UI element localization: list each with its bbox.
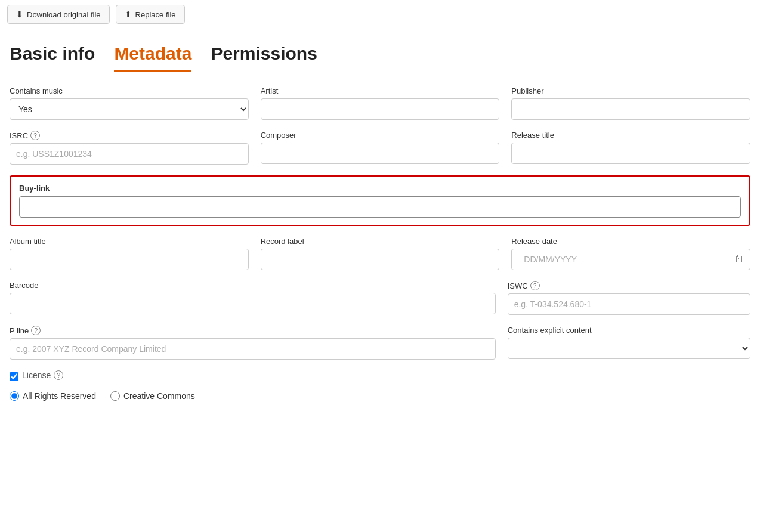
release-date-group: Release date 🗓 bbox=[511, 237, 750, 270]
record-label-label: Record label bbox=[261, 237, 500, 246]
replace-label: Replace file bbox=[135, 10, 176, 19]
isrc-input[interactable] bbox=[10, 143, 249, 165]
contains-music-group: Contains music Yes No bbox=[10, 86, 249, 120]
barcode-group: Barcode bbox=[10, 281, 496, 315]
buy-link-section: Buy-link bbox=[10, 175, 750, 226]
license-checkbox[interactable] bbox=[10, 372, 18, 381]
main-content: Contains music Yes No Artist Publisher I… bbox=[0, 86, 760, 428]
isrc-help-icon[interactable]: ? bbox=[30, 131, 40, 140]
replace-file-button[interactable]: ⬆ Replace file bbox=[116, 5, 185, 24]
release-date-wrap: 🗓 bbox=[511, 249, 750, 270]
explicit-content-group: Contains explicit content Yes No bbox=[508, 326, 750, 360]
barcode-input[interactable] bbox=[10, 293, 496, 314]
release-title-group: Release title bbox=[511, 131, 750, 165]
form-row-4: Barcode ISWC ? bbox=[10, 281, 750, 315]
isrc-label: ISRC ? bbox=[10, 131, 249, 140]
artist-label: Artist bbox=[261, 86, 500, 95]
contains-music-select[interactable]: Yes No bbox=[10, 98, 249, 120]
iswc-help-icon[interactable]: ? bbox=[530, 281, 540, 290]
all-rights-reserved-option[interactable]: All Rights Reserved bbox=[10, 391, 96, 401]
buy-link-label: Buy-link bbox=[19, 184, 741, 193]
license-label[interactable]: License ? bbox=[22, 370, 63, 380]
form-row-3: Album title Record label Release date 🗓 bbox=[10, 237, 750, 270]
form-row-1: Contains music Yes No Artist Publisher bbox=[10, 86, 750, 120]
release-date-label: Release date bbox=[511, 237, 750, 246]
replace-icon: ⬆ bbox=[125, 10, 132, 19]
creative-commons-option[interactable]: Creative Commons bbox=[110, 391, 195, 401]
explicit-content-label: Contains explicit content bbox=[508, 326, 750, 335]
artist-input[interactable] bbox=[261, 98, 500, 120]
publisher-label: Publisher bbox=[511, 86, 750, 95]
tab-basic-info[interactable]: Basic info bbox=[10, 44, 95, 70]
tab-permissions[interactable]: Permissions bbox=[211, 44, 317, 70]
iswc-group: ISWC ? bbox=[508, 281, 750, 315]
calendar-icon[interactable]: 🗓 bbox=[734, 254, 744, 265]
release-title-label: Release title bbox=[511, 131, 750, 140]
contains-music-label: Contains music bbox=[10, 86, 249, 95]
composer-input[interactable] bbox=[261, 143, 500, 164]
p-line-input[interactable] bbox=[10, 338, 496, 360]
release-title-input[interactable] bbox=[511, 143, 750, 164]
buy-link-input[interactable] bbox=[19, 196, 741, 218]
creative-commons-label: Creative Commons bbox=[123, 391, 195, 401]
p-line-help-icon[interactable]: ? bbox=[31, 326, 41, 335]
license-help-icon[interactable]: ? bbox=[54, 370, 63, 380]
publisher-group: Publisher bbox=[511, 86, 750, 120]
artist-group: Artist bbox=[261, 86, 500, 120]
radio-row: All Rights Reserved Creative Commons bbox=[10, 391, 750, 404]
download-icon: ⬇ bbox=[16, 10, 23, 19]
all-rights-radio[interactable] bbox=[10, 391, 19, 401]
composer-label: Composer bbox=[261, 131, 500, 140]
tab-navigation: Basic info Metadata Permissions bbox=[0, 29, 760, 72]
all-rights-label: All Rights Reserved bbox=[23, 391, 96, 401]
composer-group: Composer bbox=[261, 131, 500, 165]
album-title-label: Album title bbox=[10, 237, 249, 246]
license-row: License ? bbox=[10, 370, 750, 383]
p-line-group: P line ? bbox=[10, 326, 496, 360]
creative-commons-radio[interactable] bbox=[110, 391, 120, 401]
iswc-label: ISWC ? bbox=[508, 281, 750, 290]
p-line-label: P line ? bbox=[10, 326, 496, 335]
form-row-2: ISRC ? Composer Release title bbox=[10, 131, 750, 165]
album-title-input[interactable] bbox=[10, 249, 249, 270]
publisher-input[interactable] bbox=[511, 98, 750, 120]
download-label: Download original file bbox=[27, 10, 101, 19]
iswc-input[interactable] bbox=[508, 293, 750, 315]
barcode-label: Barcode bbox=[10, 281, 496, 290]
isrc-group: ISRC ? bbox=[10, 131, 249, 165]
form-row-5: P line ? Contains explicit content Yes N… bbox=[10, 326, 750, 360]
top-bar: ⬇ Download original file ⬆ Replace file bbox=[0, 0, 760, 29]
tab-metadata[interactable]: Metadata bbox=[114, 44, 191, 72]
explicit-content-select[interactable]: Yes No bbox=[508, 338, 750, 359]
album-title-group: Album title bbox=[10, 237, 249, 270]
release-date-input[interactable] bbox=[518, 249, 734, 270]
record-label-input[interactable] bbox=[261, 249, 500, 270]
download-button[interactable]: ⬇ Download original file bbox=[7, 5, 110, 24]
record-label-group: Record label bbox=[261, 237, 500, 270]
